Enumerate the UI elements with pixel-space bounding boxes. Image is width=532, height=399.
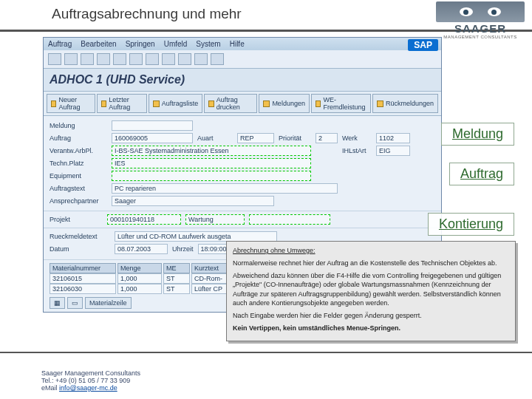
- logo-graphic: [436, 1, 525, 22]
- footer-rule: [0, 352, 532, 353]
- lbl-projekt: Projekt: [50, 216, 103, 223]
- fld-ihlstart[interactable]: EIG: [376, 146, 410, 156]
- lbl-verantw: Verantw.ArbPl.: [50, 147, 107, 154]
- menu-hilfe[interactable]: Hilfe: [230, 40, 245, 48]
- btn-label: Meldungen: [272, 100, 305, 107]
- btn-add-row[interactable]: ▦: [50, 297, 65, 309]
- fld-auart[interactable]: REP: [237, 133, 274, 143]
- btn-label: WE-Fremdleistung: [323, 96, 366, 111]
- menu-umfeld[interactable]: Umfeld: [164, 40, 188, 48]
- btn-we-fremd[interactable]: WE-Fremdleistung: [311, 94, 371, 113]
- projekt-row: Projekt 000101940118 Wartung: [44, 211, 441, 228]
- toolbar-icon[interactable]: [97, 53, 110, 65]
- menu-auftrag[interactable]: Auftrag: [48, 40, 72, 48]
- ext-icon: [316, 100, 321, 107]
- lbl-rueckmeldetext: Rueckmeldetext: [50, 233, 110, 240]
- callout-p3: Nach Eingabe werden hier die Felder gege…: [233, 311, 509, 320]
- fld-prioritaet[interactable]: 2: [316, 133, 338, 143]
- cell-menge[interactable]: 1,000: [117, 284, 162, 294]
- toolbar-icon[interactable]: [178, 53, 191, 65]
- btn-label: Neuer Auftrag: [58, 96, 90, 111]
- btn-rueckmeldungen[interactable]: Rückmeldungen: [372, 94, 438, 113]
- cell-me[interactable]: ST: [163, 284, 190, 294]
- fld-projekt-id[interactable]: 000101940118: [107, 214, 181, 225]
- fld-datum[interactable]: 08.07.2003: [115, 244, 168, 254]
- msg-icon: [263, 100, 270, 107]
- fld-auftrag[interactable]: 160069005: [112, 133, 193, 143]
- lbl-uhrzeit: Uhrzeit: [172, 245, 194, 253]
- fld-werk[interactable]: 1102: [376, 133, 410, 143]
- fld-auftragstext[interactable]: PC reparieren: [112, 183, 338, 194]
- fld-projekt-extra[interactable]: [249, 214, 330, 225]
- brand-sub: MANAGEMENT CONSULTANTS: [436, 35, 525, 39]
- cell-menge[interactable]: 1,000: [117, 273, 162, 284]
- toolbar-icon[interactable]: [162, 53, 175, 65]
- doc-icon: [101, 100, 106, 107]
- fld-rueckmeldetext[interactable]: Lüfter und CD-ROM Laufwerk ausgeta: [115, 231, 277, 242]
- toolbar-icon[interactable]: [64, 53, 78, 65]
- lbl-prioritaet: Priorität: [279, 134, 311, 142]
- sap-logo: SAP: [408, 39, 438, 51]
- menu-system[interactable]: System: [196, 40, 220, 48]
- fld-projekt-wartung[interactable]: Wartung: [185, 214, 245, 225]
- brand-logo: SAAGER MANAGEMENT CONSULTANTS: [436, 1, 525, 39]
- lbl-ansprech: Ansprechpartner: [50, 197, 107, 205]
- cell-me[interactable]: ST: [163, 273, 190, 284]
- toolbar-icon[interactable]: [48, 53, 61, 65]
- annotation-meldung: Meldung: [441, 123, 514, 146]
- cell-matnr[interactable]: 32106030: [50, 284, 116, 294]
- menu-bearbeiten[interactable]: Bearbeiten: [81, 40, 116, 48]
- toolbar-icon[interactable]: [194, 53, 208, 65]
- toolbar-icon[interactable]: [113, 53, 126, 65]
- footer-email-label: eMail: [41, 384, 59, 392]
- cell-matnr[interactable]: 32106015: [50, 273, 116, 284]
- footer: Saager Management Consultants Tel.: +49 …: [41, 369, 140, 392]
- lbl-datum: Datum: [50, 245, 110, 253]
- btn-auftragsliste[interactable]: Auftragsliste: [149, 94, 203, 113]
- btn-label: Auftragsliste: [162, 100, 199, 107]
- callout-heading: Abrechnung ohne Umwege:: [233, 247, 316, 254]
- callout-p1: Normalerweise rechnet hier der Auftrag a…: [233, 259, 509, 267]
- btn-label: Rückmeldungen: [386, 100, 434, 107]
- lbl-meldung: Meldung: [50, 122, 107, 129]
- toolbar-icon[interactable]: [129, 53, 143, 65]
- callout-box: Abrechnung ohne Umwege: Normalerweise re…: [226, 241, 516, 341]
- btn-label: Letzter Auftrag: [109, 96, 143, 111]
- fld-verantw[interactable]: I-BS-SAE Systemadministration Essen: [112, 146, 311, 156]
- lbl-ihlstart: IHLstArt: [342, 147, 372, 154]
- fld-technplatz[interactable]: IES: [112, 158, 311, 168]
- lbl-equipment: Equipment: [50, 172, 107, 180]
- toolbar-icon[interactable]: [81, 53, 94, 65]
- btn-del-row[interactable]: ▭: [67, 297, 83, 309]
- btn-neuer-auftrag[interactable]: Neuer Auftrag: [47, 94, 95, 113]
- minus-icon: ▭: [72, 299, 78, 307]
- btn-letzter-auftrag[interactable]: Letzter Auftrag: [97, 94, 147, 113]
- toolbar-icon[interactable]: [146, 53, 159, 65]
- fld-meldung[interactable]: [112, 120, 193, 131]
- footer-email-link[interactable]: info@saager-mc.de: [59, 384, 117, 392]
- btn-meldungen[interactable]: Meldungen: [259, 94, 310, 113]
- brand-name: SAAGER: [436, 22, 525, 35]
- sap-menu-bar: Auftrag Bearbeiten Springen Umfeld Syste…: [44, 38, 441, 50]
- btn-materialzeile[interactable]: Materialzeile: [85, 297, 132, 309]
- fld-equipment[interactable]: [112, 171, 311, 181]
- lbl-werk: Werk: [342, 134, 372, 142]
- footer-phone: Tel.: +49 (0) 51 05 / 77 33 909: [41, 377, 140, 384]
- callout-p2: Abweichend dazu können über die F4-Hilfe…: [233, 271, 509, 307]
- app-title: ADHOC 1 (UHD Service): [44, 69, 441, 92]
- doc-icon: [51, 100, 56, 107]
- fld-ansprech[interactable]: Saager: [112, 196, 274, 206]
- annotation-auftrag: Auftrag: [449, 163, 514, 185]
- btn-label: Auftrag drucken: [216, 96, 253, 111]
- plus-icon: ▦: [54, 299, 61, 307]
- annotation-kontierung: Kontierung: [428, 213, 514, 236]
- btn-label: Materialzeile: [89, 299, 127, 307]
- conf-icon: [377, 100, 383, 107]
- toolbar-icon[interactable]: [211, 53, 224, 65]
- btn-auftrag-drucken[interactable]: Auftrag drucken: [204, 94, 257, 113]
- col-materialnummer: Materialnummer: [50, 263, 116, 273]
- menu-springen[interactable]: Springen: [126, 40, 155, 48]
- app-toolbar: Neuer Auftrag Letzter Auftrag Auftragsli…: [44, 92, 441, 116]
- col-menge: Menge: [117, 263, 162, 273]
- lbl-auftrag: Auftrag: [50, 134, 107, 142]
